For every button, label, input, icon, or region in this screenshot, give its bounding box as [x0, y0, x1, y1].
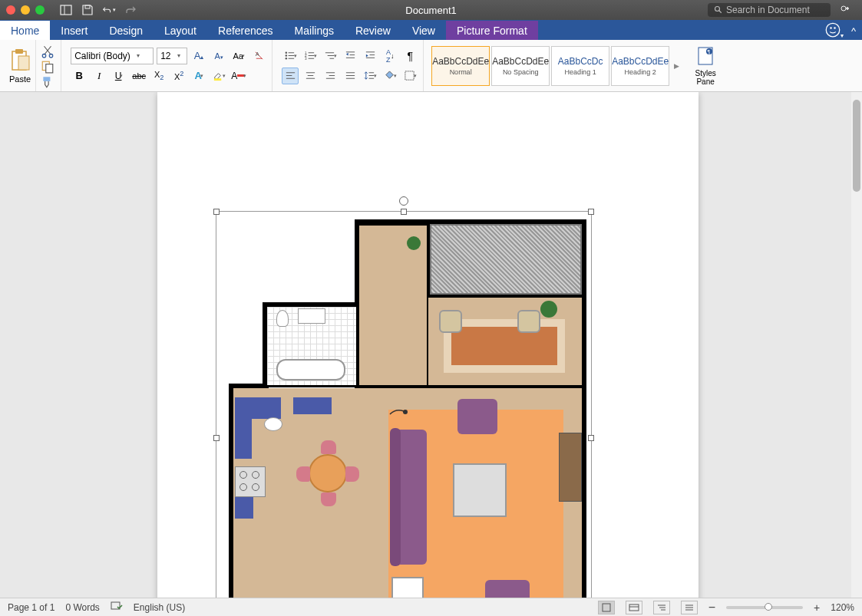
styles-scroll-icon[interactable]: ▶: [671, 62, 682, 70]
svg-point-5: [841, 6, 846, 11]
zoom-window-button[interactable]: [35, 5, 45, 15]
document-canvas[interactable]: [0, 92, 862, 598]
indent-icon[interactable]: [362, 48, 378, 64]
borders-icon[interactable]: ▾: [401, 68, 418, 84]
svg-point-59: [403, 410, 408, 414]
tab-home[interactable]: Home: [0, 21, 50, 40]
multilevel-icon[interactable]: ▾: [322, 48, 339, 64]
align-center-icon[interactable]: [302, 68, 319, 84]
scrollbar-thumb[interactable]: [853, 100, 860, 192]
zoom-thumb[interactable]: [765, 603, 772, 611]
shrink-font-icon[interactable]: A▾: [210, 48, 227, 64]
outdent-icon[interactable]: [342, 48, 358, 64]
picture-selection[interactable]: [216, 211, 592, 598]
svg-text:3: 3: [305, 57, 307, 61]
web-layout-view-icon[interactable]: [626, 601, 642, 614]
zoom-level[interactable]: 120%: [831, 602, 854, 613]
change-case-icon[interactable]: Aa▾: [230, 48, 247, 64]
highlight-icon[interactable]: ▾: [210, 68, 227, 84]
word-count[interactable]: 0 Words: [65, 602, 99, 613]
font-color-icon[interactable]: A▾: [230, 68, 247, 84]
clipboard-group: Paste: [5, 40, 36, 91]
svg-point-23: [285, 58, 286, 59]
style-normal[interactable]: AaBbCcDdEeNormal: [431, 46, 490, 86]
print-layout-view-icon[interactable]: [598, 601, 615, 614]
save-icon[interactable]: [81, 3, 94, 17]
svg-point-8: [834, 27, 836, 29]
draft-view-icon[interactable]: [681, 601, 698, 614]
tab-layout[interactable]: Layout: [154, 21, 207, 40]
statusbar: Page 1 of 1 0 Words English (US) − + 120…: [0, 598, 862, 616]
tab-insert[interactable]: Insert: [50, 21, 98, 40]
copy-icon[interactable]: [41, 60, 54, 72]
underline-icon[interactable]: U▾: [111, 68, 127, 84]
svg-point-3: [715, 7, 720, 12]
clear-format-icon[interactable]: A: [250, 48, 267, 64]
subscript-icon[interactable]: X2: [150, 68, 167, 84]
zoom-in-icon[interactable]: +: [814, 601, 820, 614]
superscript-icon[interactable]: X2: [170, 68, 187, 84]
align-right-icon[interactable]: [322, 68, 339, 84]
font-name-combo[interactable]: Calibri (Body)▾: [71, 48, 154, 64]
styles-gallery: AaBbCcDdEeNormal AaBbCcDdEeNo Spacing Aa…: [428, 46, 682, 86]
grow-font-icon[interactable]: A▴: [190, 48, 207, 64]
share-icon[interactable]: [838, 3, 852, 17]
show-marks-icon[interactable]: ¶: [401, 48, 418, 64]
rotate-handle[interactable]: [399, 196, 408, 206]
sort-icon[interactable]: AZ↓: [381, 48, 398, 64]
paste-label: Paste: [9, 74, 31, 84]
floorplan-image: [216, 212, 591, 598]
paste-icon[interactable]: [9, 48, 31, 73]
style-heading-2[interactable]: AaBbCcDdEeHeading 2: [611, 46, 669, 86]
svg-line-4: [719, 11, 722, 13]
svg-text:A: A: [255, 51, 259, 58]
svg-text:¶: ¶: [708, 49, 711, 54]
collapse-ribbon-icon[interactable]: ^: [851, 25, 856, 37]
window-controls: [6, 5, 45, 15]
svg-point-6: [826, 23, 840, 37]
minimize-window-button[interactable]: [21, 5, 30, 15]
svg-point-21: [285, 54, 286, 56]
tab-review[interactable]: Review: [345, 21, 401, 40]
tab-references[interactable]: References: [207, 21, 284, 40]
spellcheck-icon[interactable]: [111, 601, 123, 614]
justify-icon[interactable]: [342, 68, 358, 84]
search-input[interactable]: Search in Document: [708, 3, 831, 17]
italic-icon[interactable]: I: [91, 68, 107, 84]
page-indicator[interactable]: Page 1 of 1: [8, 602, 54, 613]
tab-design[interactable]: Design: [98, 21, 154, 40]
language-indicator[interactable]: English (US): [134, 602, 185, 613]
bullets-icon[interactable]: ▾: [282, 48, 299, 64]
strike-icon[interactable]: abc: [130, 68, 147, 84]
zoom-slider[interactable]: [726, 606, 803, 609]
search-icon: [714, 5, 723, 15]
outline-view-icon[interactable]: [653, 601, 670, 614]
search-placeholder: Search in Document: [726, 5, 810, 15]
toolbar-layout-icon[interactable]: [59, 3, 73, 17]
svg-rect-10: [15, 49, 23, 54]
tab-picture-format[interactable]: Picture Format: [446, 21, 538, 40]
tab-view[interactable]: View: [401, 21, 446, 40]
close-window-button[interactable]: [6, 5, 15, 15]
styles-pane-button[interactable]: ¶ Styles Pane: [687, 44, 724, 87]
style-heading-1[interactable]: AaBbCcDcHeading 1: [551, 46, 609, 86]
svg-point-7: [830, 27, 832, 29]
line-spacing-icon[interactable]: ▾: [362, 68, 378, 84]
font-group: Calibri (Body)▾ 12▾ A▴ A▾ Aa▾ A B I U▾ a…: [66, 40, 272, 91]
undo-icon[interactable]: ▾: [102, 3, 116, 17]
font-size-combo[interactable]: 12▾: [157, 48, 187, 64]
vertical-scrollbar[interactable]: [851, 92, 862, 598]
text-effects-icon[interactable]: A▾: [190, 68, 207, 84]
shading-icon[interactable]: ▾: [381, 68, 398, 84]
zoom-out-icon[interactable]: −: [708, 601, 715, 614]
bold-icon[interactable]: B: [71, 68, 88, 84]
style-no-spacing[interactable]: AaBbCcDdEeNo Spacing: [491, 46, 550, 86]
format-painter-icon[interactable]: [41, 75, 54, 87]
tab-mailings[interactable]: Mailings: [284, 21, 345, 40]
align-left-icon[interactable]: [282, 68, 299, 84]
numbering-icon[interactable]: 123▾: [302, 48, 319, 64]
account-icon[interactable]: ▾: [825, 22, 844, 40]
svg-rect-11: [18, 56, 29, 70]
cut-icon[interactable]: [41, 44, 54, 57]
redo-icon[interactable]: [124, 3, 137, 17]
